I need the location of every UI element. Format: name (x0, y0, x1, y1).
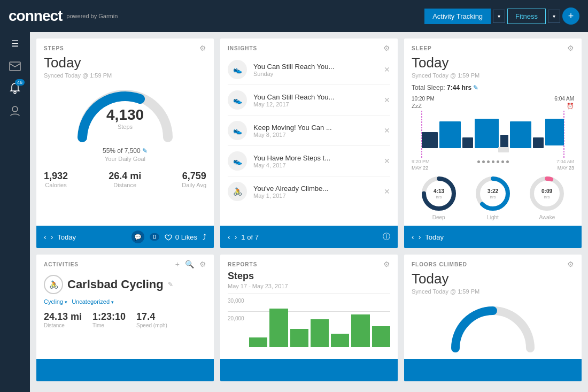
sleep-chart-svg (412, 111, 574, 159)
awake-stat: 0:09 hrs Awake (528, 175, 566, 220)
insight-close-3[interactable]: ✕ (384, 157, 390, 165)
activity-stats: 24.13 mi Distance 1:23:10 Time 17.4 Spee… (44, 311, 206, 328)
floors-gear-icon[interactable]: ⚙ (567, 260, 574, 268)
inbox-icon[interactable] (9, 62, 21, 74)
activity-type-tag[interactable]: Cycling ▾ (44, 298, 67, 305)
insight-item-1: 👟 You Can Still Reach You... May 12, 201… (228, 85, 390, 116)
sleep-footer-label: Today (425, 233, 444, 241)
floors-gauge-svg (450, 300, 536, 353)
daily-avg-value: 6,759 (182, 171, 206, 182)
share-icon[interactable]: ⤴ (203, 233, 206, 241)
search-activity-icon[interactable]: 🔍 (185, 260, 194, 268)
insight-title-0[interactable]: You Can Still Reach You... (253, 63, 390, 71)
sleep-prev[interactable]: ‹ (412, 233, 414, 241)
insight-content-2: Keep Moving! You Can ... May 8, 2017 (253, 124, 390, 138)
light-sleep-stat: 3:22 hrs Light (474, 175, 512, 220)
header-nav: Activity Tracking ▾ Fitness ▾ + (424, 7, 579, 25)
chat-icon[interactable]: 💬 (131, 230, 144, 243)
logo: connect powered by Garmin (9, 7, 118, 25)
insight-title-1[interactable]: You Can Still Reach You... (253, 93, 390, 101)
insight-close-0[interactable]: ✕ (384, 65, 390, 74)
steps-card: STEPS ⚙ Today Synced Today @ 1:59 PM (36, 39, 214, 248)
notification-icon[interactable]: 46 (10, 82, 20, 97)
bar-3 (311, 319, 329, 347)
dashboard-grid: STEPS ⚙ Today Synced Today @ 1:59 PM (36, 39, 582, 381)
reports-gear-icon[interactable]: ⚙ (383, 260, 390, 268)
sleep-total-value: 7:44 hrs (447, 84, 471, 91)
activity-name[interactable]: Carlsbad Cycling (67, 278, 164, 291)
info-icon[interactable]: ⓘ (383, 232, 390, 242)
insight-date-3: May 4, 2017 (253, 162, 390, 168)
insight-title-3[interactable]: You Have More Steps t... (253, 154, 390, 162)
prev-arrow[interactable]: ‹ (44, 233, 47, 241)
insight-close-4[interactable]: ✕ (384, 187, 390, 196)
insights-card: INSIGHTS ⚙ 👟 You Can Still Reach You... … (220, 39, 398, 248)
calories-value: 1,932 (44, 171, 68, 182)
sleep-heading: Today (412, 55, 574, 71)
insights-list: 👟 You Can Still Reach You... Sunday ✕ 👟 … (220, 55, 398, 226)
activity-tags: Cycling ▾ Uncategorized ▾ (44, 298, 206, 305)
notification-badge: 46 (15, 79, 25, 86)
floors-card: FLOORS CLIMBED ⚙ Today Synced Today @ 1:… (404, 255, 582, 381)
insight-title-2[interactable]: Keep Moving! You Can ... (253, 124, 390, 132)
activities-card: ACTIVITIES + 🔍 ⚙ 🚴 Carlsbad Cycling ✎ (36, 255, 214, 381)
activity-speed-label: Speed (mph) (136, 322, 167, 328)
add-activity-icon[interactable]: + (175, 260, 180, 268)
daily-avg-label: Daily Avg (182, 182, 206, 188)
sleep-start-time: 10:20 PM (412, 96, 435, 102)
sleep-card: SLEEP ⚙ Today Synced Today @ 1:59 PM Tot… (404, 39, 582, 248)
insight-date-2: May 8, 2017 (253, 132, 390, 138)
insight-icon-3: 👟 (228, 151, 247, 171)
profile-icon[interactable] (10, 105, 20, 120)
sleep-next[interactable]: › (419, 233, 421, 241)
activity-tracking-dropdown[interactable]: ▾ (493, 10, 505, 23)
chart-bars (249, 299, 390, 347)
activity-category-tag[interactable]: Uncategorized ▾ (72, 298, 114, 305)
svg-text:3:22: 3:22 (488, 188, 498, 194)
insight-content-4: You've Already Climbe... May 1, 2017 (253, 185, 390, 199)
activity-distance: 24.13 mi Distance (44, 311, 82, 328)
sleep-section-label: SLEEP (412, 45, 432, 51)
next-arrow[interactable]: › (51, 233, 53, 241)
insight-close-2[interactable]: ✕ (384, 126, 390, 135)
insights-gear-icon[interactable]: ⚙ (383, 44, 390, 52)
edit-goal-icon[interactable]: ✎ (142, 147, 148, 155)
deep-sleep-stat: 4:13 hrs Deep (420, 175, 458, 220)
sleep-sync-text: Synced Today @ 1:59 PM (412, 72, 574, 79)
sleep-gear-icon[interactable]: ⚙ (567, 44, 574, 52)
fitness-nav[interactable]: Fitness (507, 9, 546, 24)
bar-5 (351, 314, 369, 347)
chart-label-30k: 30,000 (228, 298, 244, 304)
fitness-dropdown[interactable]: ▾ (548, 10, 560, 23)
steps-card-footer: ‹ › Today 💬 0 0 Likes (36, 226, 214, 248)
footer-actions: 💬 0 0 Likes ⤴ (131, 230, 206, 243)
bar-4 (331, 334, 349, 347)
activity-tracking-nav[interactable]: Activity Tracking (424, 9, 491, 24)
distance-stat: 26.4 mi Distance (109, 171, 141, 188)
insights-footer: ‹ › 1 of 7 ⓘ (220, 226, 398, 248)
likes-badge[interactable]: 0 (150, 233, 159, 241)
edit-activity-icon[interactable]: ✎ (168, 281, 173, 288)
sleep-bottom-start: 9:20 PM (412, 159, 430, 164)
insight-date-1: May 12, 2017 (253, 101, 390, 107)
edit-sleep-icon[interactable]: ✎ (473, 84, 478, 91)
hamburger-menu[interactable]: ☰ (11, 39, 19, 49)
bar-0 (249, 337, 267, 347)
steps-gear-icon[interactable]: ⚙ (199, 44, 206, 52)
svg-text:hrs: hrs (490, 195, 496, 199)
activities-gear-icon[interactable]: ⚙ (199, 260, 206, 268)
svg-rect-5 (422, 132, 438, 148)
footer-nav: ‹ › Today (44, 233, 76, 241)
insight-title-4[interactable]: You've Already Climbe... (253, 185, 390, 193)
steps-sync-text: Synced Today @ 1:59 PM (44, 72, 206, 79)
reports-section-label: REPORTS (228, 262, 257, 267)
sleep-bottom-end: 7:04 AM (556, 159, 574, 164)
goal-sub: Your Daily Goal (44, 156, 206, 162)
likes-text: 0 Likes (165, 233, 197, 241)
insights-next[interactable]: › (235, 233, 237, 241)
insights-prev[interactable]: ‹ (228, 233, 230, 241)
add-button[interactable]: + (562, 7, 579, 25)
insight-close-1[interactable]: ✕ (384, 96, 390, 104)
sleep-footer: ‹ › Today (404, 226, 582, 248)
svg-rect-12 (545, 119, 564, 145)
